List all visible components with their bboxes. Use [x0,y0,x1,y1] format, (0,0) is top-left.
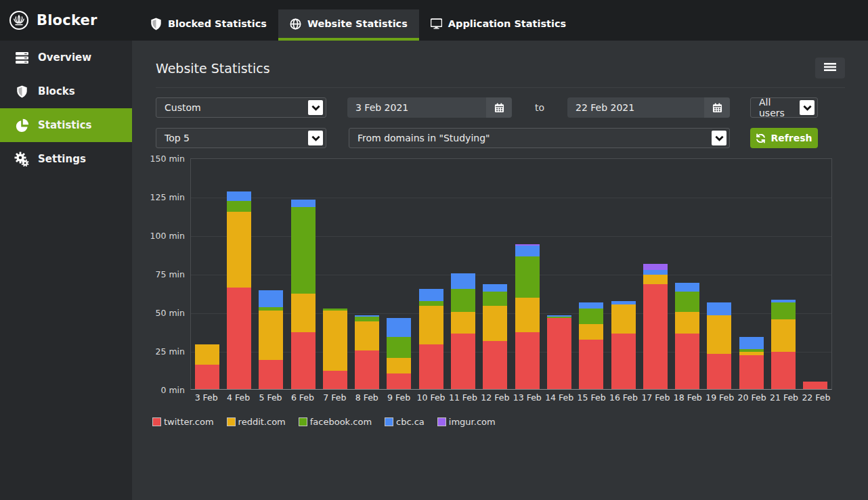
bar-segment-reddit.com[interactable] [195,344,219,365]
bar-segment-cbc.ca[interactable] [643,270,668,275]
chart-context-menu-button[interactable] [815,58,845,78]
bar-stack[interactable] [387,318,411,389]
bar-segment-cbc.ca[interactable] [483,284,507,292]
bar-segment-twitter.com[interactable] [483,341,507,389]
bar-segment-twitter.com[interactable] [195,365,219,389]
bar-segment-reddit.com[interactable] [291,294,316,332]
bar-segment-cbc.ca[interactable] [291,200,316,207]
bar-segment-twitter.com[interactable] [515,332,540,389]
bar-stack[interactable] [771,300,796,389]
calendar-icon[interactable] [486,97,512,118]
bar-segment-reddit.com[interactable] [611,304,636,334]
bar-stack[interactable] [579,302,603,389]
bar-segment-cbc.ca[interactable] [579,302,603,309]
refresh-button[interactable]: Refresh [750,128,818,148]
date-range-select[interactable]: Custom [156,97,326,118]
bar-segment-twitter.com[interactable] [355,350,379,389]
bar-stack[interactable] [355,315,379,389]
bar-segment-cbc.ca[interactable] [675,283,699,292]
users-select[interactable]: All users [750,97,818,118]
bar-segment-reddit.com[interactable] [451,312,475,334]
sidebar-item-settings[interactable]: Settings [0,142,132,176]
bar-stack[interactable] [227,191,251,389]
sidebar-item-statistics[interactable]: Statistics [0,108,132,142]
bar-segment-reddit.com[interactable] [483,306,507,341]
legend-item-facebook.com[interactable]: facebook.com [299,417,372,427]
bar-stack[interactable] [547,315,571,389]
bar-segment-facebook.com[interactable] [355,317,379,321]
bar-stack[interactable] [451,273,475,389]
bar-segment-reddit.com[interactable] [259,311,283,360]
bar-segment-reddit.com[interactable] [355,321,379,350]
date-from-input[interactable]: 3 Feb 2021 [347,97,512,118]
legend-item-imgur.com[interactable]: imgur.com [437,417,496,427]
bar-segment-reddit.com[interactable] [515,298,540,332]
bar-segment-facebook.com[interactable] [291,207,316,294]
sidebar-item-overview[interactable]: Overview [0,41,132,74]
bar-segment-twitter.com[interactable] [611,334,636,389]
bar-segment-cbc.ca[interactable] [451,273,475,289]
bar-segment-facebook.com[interactable] [675,292,699,312]
bar-segment-cbc.ca[interactable] [387,318,411,336]
bar-stack[interactable] [803,382,827,389]
calendar-icon[interactable] [704,97,730,118]
bar-stack[interactable] [707,302,731,389]
bar-segment-facebook.com[interactable] [579,309,603,324]
legend-item-twitter.com[interactable]: twitter.com [152,417,214,427]
bar-segment-cbc.ca[interactable] [419,289,443,301]
bar-stack[interactable] [611,301,636,389]
bar-segment-twitter.com[interactable] [643,284,668,389]
top-n-select[interactable]: Top 5 [156,128,326,148]
bar-segment-cbc.ca[interactable] [739,337,764,349]
legend-item-cbc.ca[interactable]: cbc.ca [385,417,425,427]
bar-segment-twitter.com[interactable] [547,318,571,389]
bar-segment-twitter.com[interactable] [771,352,796,389]
bar-segment-reddit.com[interactable] [419,306,443,344]
tab-application-statistics[interactable]: Application Statistics [419,9,578,41]
bar-segment-twitter.com[interactable] [707,354,731,389]
bar-stack[interactable] [643,264,668,389]
date-to-input[interactable]: 22 Feb 2021 [567,97,730,118]
bar-segment-twitter.com[interactable] [419,344,443,389]
bar-stack[interactable] [419,289,443,389]
bar-segment-twitter.com[interactable] [675,334,699,389]
bar-stack[interactable] [739,337,764,389]
bar-segment-twitter.com[interactable] [227,288,251,389]
bar-segment-twitter.com[interactable] [323,371,347,389]
bar-segment-twitter.com[interactable] [739,355,764,389]
bar-segment-cbc.ca[interactable] [259,290,283,307]
bar-segment-reddit.com[interactable] [707,315,731,354]
bar-stack[interactable] [195,344,219,389]
bar-segment-facebook.com[interactable] [419,301,443,306]
bar-segment-cbc.ca[interactable] [707,302,731,315]
bar-stack[interactable] [291,200,316,389]
bar-segment-cbc.ca[interactable] [227,191,251,201]
bar-segment-twitter.com[interactable] [259,360,283,389]
bar-segment-reddit.com[interactable] [643,275,668,284]
bar-segment-reddit.com[interactable] [387,358,411,373]
bar-segment-twitter.com[interactable] [291,332,316,389]
bar-segment-facebook.com[interactable] [771,302,796,319]
domain-filter-select[interactable]: From domains in "Studying" [349,128,730,148]
bar-segment-facebook.com[interactable] [451,289,475,312]
bar-stack[interactable] [483,284,507,389]
bar-stack[interactable] [515,244,540,389]
legend-item-reddit.com[interactable]: reddit.com [227,417,286,427]
tab-blocked-statistics[interactable]: Blocked Statistics [139,9,278,41]
bar-stack[interactable] [323,309,347,389]
bar-segment-twitter.com[interactable] [803,382,827,389]
bar-segment-reddit.com[interactable] [227,212,251,288]
bar-segment-reddit.com[interactable] [323,311,347,371]
bar-segment-twitter.com[interactable] [451,334,475,389]
bar-segment-reddit.com[interactable] [675,312,699,334]
tab-website-statistics[interactable]: Website Statistics [278,9,419,41]
sidebar-item-blocks[interactable]: Blocks [0,74,132,108]
bar-segment-facebook.com[interactable] [387,337,411,359]
bar-segment-twitter.com[interactable] [387,373,411,389]
bar-segment-facebook.com[interactable] [483,292,507,306]
bar-segment-facebook.com[interactable] [227,201,251,212]
bar-segment-imgur.com[interactable] [643,264,668,270]
bar-segment-cbc.ca[interactable] [515,246,540,256]
bar-segment-facebook.com[interactable] [515,256,540,298]
bar-segment-twitter.com[interactable] [579,340,603,389]
